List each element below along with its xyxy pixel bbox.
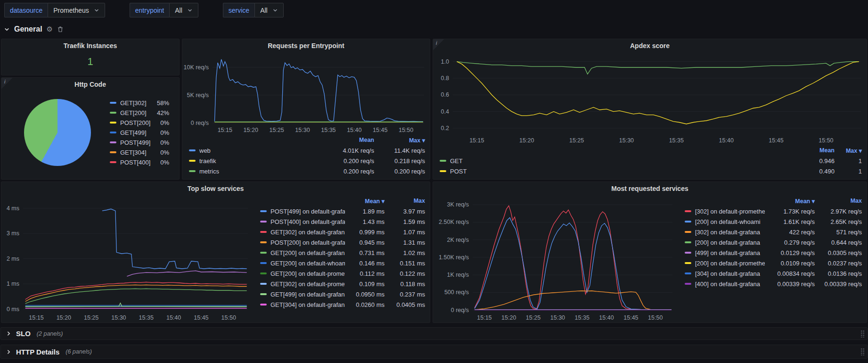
most-requested-chart[interactable]: 0 req/s500 req/s1K req/s1.50K req/s2K re… — [433, 195, 678, 322]
legend-row[interactable]: POST[499] on default-grafana 1.89 ms 3.9… — [260, 206, 425, 216]
panel-title[interactable]: Apdex score — [433, 39, 867, 52]
legend-row[interactable]: GET[200] on default-prometheus 0.112 ms … — [260, 268, 425, 279]
legend-row[interactable]: web 4.01K req/s 11.4K req/s — [189, 145, 425, 156]
svg-text:15:15: 15:15 — [218, 127, 232, 133]
info-icon[interactable]: i — [433, 39, 444, 50]
svg-text:15:45: 15:45 — [194, 314, 208, 321]
legend-mean: 1.89 ms — [345, 208, 385, 215]
legend-row[interactable]: GET 0.946 1 — [440, 156, 862, 166]
drag-handle[interactable] — [860, 330, 865, 338]
info-icon[interactable]: i — [1, 78, 13, 89]
drag-handle[interactable] — [860, 348, 865, 355]
trash-icon[interactable] — [57, 26, 64, 33]
legend-item[interactable]: GET[304] 0% — [110, 148, 169, 157]
legend-row[interactable]: [200] on default-whoami 1.61K req/s 2.65… — [685, 216, 862, 227]
svg-text:3K req/s: 3K req/s — [447, 201, 469, 208]
legend-header: Mean ▾ Max — [260, 196, 425, 206]
svg-text:0.6: 0.6 — [441, 91, 449, 98]
panel-title[interactable]: Top slow services — [1, 182, 430, 195]
legend-label: GET[200] — [120, 109, 152, 116]
legend-row[interactable]: [400] on default-grafana 0.00339 req/s 0… — [685, 279, 862, 289]
legend-max: 1.31 ms — [385, 239, 425, 246]
row-header-slo[interactable]: SLO (2 panels) — [0, 327, 868, 340]
legend-label: GET[499] — [120, 129, 152, 136]
legend-max-header[interactable]: Max ▾ — [835, 147, 862, 154]
legend-row[interactable]: GET[304] on default-grafana 0.0260 ms 0.… — [260, 299, 425, 310]
legend-row[interactable]: POST[400] on default-grafana 1.43 ms 1.5… — [260, 216, 425, 227]
most-requested-legend: Mean ▾ Max [302] on default-prometheus 1… — [678, 195, 867, 322]
svg-text:2.50K req/s: 2.50K req/s — [439, 219, 469, 225]
legend-row[interactable]: GET[302] on default-grafana 0.999 ms 1.0… — [260, 227, 425, 237]
svg-text:15:30: 15:30 — [295, 127, 310, 133]
legend-row[interactable]: GET[200] on default-whoami 0.146 ms 0.15… — [260, 258, 425, 268]
svg-text:15:20: 15:20 — [501, 314, 516, 321]
legend-item[interactable]: POST[200] 0% — [110, 118, 169, 128]
requests-chart[interactable]: 0 req/s5K req/s10K req/s15:1515:2015:251… — [182, 52, 430, 135]
svg-text:0.2: 0.2 — [441, 125, 449, 132]
legend-value: 0% — [152, 159, 169, 166]
chevron-down-icon — [187, 8, 193, 13]
variable-value-dropdown[interactable]: Prometheus — [48, 3, 105, 17]
legend-mean-header[interactable]: Mean ▾ — [765, 198, 815, 205]
legend-mean: 0.200 req/s — [303, 157, 374, 165]
legend-swatch — [685, 221, 691, 223]
legend-item[interactable]: POST[499] 0% — [110, 138, 169, 148]
legend-label: GET[200] on default-prometheus — [270, 270, 345, 277]
legend-value: 0% — [152, 149, 169, 156]
legend-max-header[interactable]: Max — [815, 198, 862, 204]
svg-text:15:40: 15:40 — [599, 314, 614, 321]
legend-row[interactable]: metrics 0.200 req/s 0.200 req/s — [189, 166, 425, 176]
gear-icon[interactable]: ⚙ — [47, 25, 53, 33]
svg-text:0.8: 0.8 — [441, 75, 449, 82]
legend-row[interactable]: traefik 0.200 req/s 0.218 req/s — [189, 156, 425, 166]
pie-chart[interactable] — [24, 99, 91, 166]
apdex-chart[interactable]: 0.20.40.60.81.015:1515:2015:2515:3015:35… — [433, 52, 867, 145]
legend-max-header[interactable]: Max ▾ — [374, 137, 425, 144]
row-header-http-details[interactable]: HTTP Details (6 panels) — [0, 345, 868, 359]
svg-text:15:25: 15:25 — [269, 127, 284, 133]
svg-text:2 ms: 2 ms — [7, 256, 19, 262]
legend-row[interactable]: POST 0.490 1 — [440, 166, 862, 176]
legend-row[interactable]: GET[499] on default-grafana 0.0950 ms 0.… — [260, 289, 425, 299]
variable-selected-value: Prometheus — [53, 7, 89, 14]
legend-swatch — [440, 160, 446, 162]
legend-row[interactable]: GET[200] on default-grafana 0.731 ms 1.0… — [260, 248, 425, 258]
legend-label: POST — [450, 168, 467, 175]
top-slow-chart[interactable]: 0 ms1 ms2 ms3 ms4 ms15:1515:2015:2515:30… — [1, 195, 254, 322]
row-title: SLO — [16, 330, 31, 338]
legend-row[interactable]: [304] on default-grafana 0.00834 req/s 0… — [685, 268, 862, 279]
legend-value: 0% — [152, 139, 169, 146]
chevron-right-icon — [6, 330, 12, 337]
legend-mean-header[interactable]: Mean ▾ — [345, 198, 385, 205]
variable-value-dropdown[interactable]: All — [169, 3, 198, 17]
legend-row[interactable]: [200] on default-prometheus 0.0109 req/s… — [685, 258, 862, 268]
legend-max: 0.0237 req/s — [815, 260, 862, 267]
dashboard-toolbar: datasource Prometheus entrypoint All — [4, 3, 284, 17]
legend-item[interactable]: GET[302] 58% — [110, 98, 169, 108]
legend-row[interactable]: [499] on default-grafana 0.0129 req/s 0.… — [685, 248, 862, 258]
legend-row[interactable]: POST[200] on default-grafana 0.945 ms 1.… — [260, 237, 425, 248]
panel-title[interactable]: Traefik Instances — [1, 39, 179, 52]
legend-item[interactable]: GET[200] 42% — [110, 108, 169, 118]
panel-title[interactable]: Requests per Entrypoint — [182, 39, 430, 52]
legend-max-header[interactable]: Max — [385, 198, 425, 204]
legend-label: POST[499] on default-grafana — [270, 208, 345, 215]
row-header-general[interactable]: General ⚙ — [4, 24, 64, 35]
panel-title[interactable]: Most requested services — [433, 182, 867, 195]
legend-mean-header[interactable]: Mean — [789, 147, 835, 154]
legend-row[interactable]: GET[302] on default-prometheus 0.109 ms … — [260, 279, 425, 289]
legend-item[interactable]: GET[499] 0% — [110, 128, 169, 138]
svg-text:1.0: 1.0 — [441, 58, 449, 65]
legend-swatch — [685, 262, 691, 264]
variable-value-dropdown[interactable]: All — [254, 3, 284, 17]
legend-swatch — [260, 293, 267, 295]
panel-title[interactable]: Http Code — [1, 78, 179, 91]
legend-item[interactable]: POST[400] 0% — [110, 157, 169, 167]
legend-mean-header[interactable]: Mean — [303, 137, 374, 143]
variable-label: service — [223, 3, 254, 17]
legend-row[interactable]: [302] on default-grafana 422 req/s 571 r… — [685, 227, 862, 237]
legend-row[interactable]: [302] on default-prometheus 1.73K req/s … — [685, 206, 862, 216]
http-code-body: GET[302] 58% GET[200] 42% POST[200] 0% — [1, 91, 179, 179]
legend-swatch — [685, 231, 691, 233]
legend-row[interactable]: [200] on default-grafana 0.279 req/s 0.6… — [685, 237, 862, 248]
